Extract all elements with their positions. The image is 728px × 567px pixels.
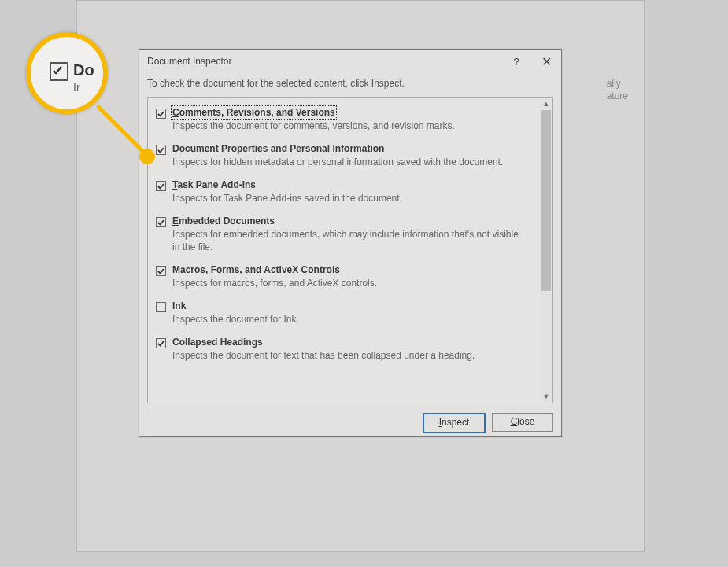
close-icon[interactable]: ✕ [531,50,561,73]
inspector-option: Collapsed HeadingsInspects the document … [153,333,535,370]
option-texts: Task Pane Add-insInspects for Task Pane … [172,179,534,204]
option-label[interactable]: Ink [172,300,186,311]
check-icon [157,145,165,154]
option-checkbox[interactable] [156,109,166,119]
option-checkbox[interactable] [156,266,166,276]
option-label-rest: mbedded Documents [179,215,275,226]
option-description: Inspects the document for comments, vers… [172,120,527,132]
scrollbar[interactable]: ▲ ▼ [540,98,552,403]
option-texts: Document Properties and Personal Informa… [172,143,534,168]
option-label[interactable]: Document Properties and Personal Informa… [172,143,384,154]
option-description: Inspects for macros, forms, and ActiveX … [172,277,527,289]
inspect-button[interactable]: Inspect [423,413,486,433]
inspector-option: Comments, Revisions, and VersionsInspect… [153,104,535,140]
scroll-up-icon[interactable]: ▲ [540,98,552,110]
option-label-rest: acros, Forms, and ActiveX Controls [180,264,340,275]
check-icon [157,267,165,275]
document-inspector-dialog: Document Inspector ? ✕ To check the docu… [139,49,562,437]
check-icon [157,182,165,190]
scroll-thumb[interactable] [541,110,551,291]
inspector-option: Embedded DocumentsInspects for embedded … [153,212,535,261]
option-label-rest: ask Pane Add-ins [177,179,256,190]
option-mnemonic: M [172,264,180,275]
option-texts: Comments, Revisions, and VersionsInspect… [172,107,534,132]
bg-text-2: ature [607,90,628,102]
inspect-label-rest: nspect [442,417,469,428]
option-description: Inspects for hidden metadata or personal… [172,156,527,168]
inspector-options-list: Comments, Revisions, and VersionsInspect… [148,98,540,403]
option-texts: InkInspects the document for Ink. [172,300,534,326]
check-icon [157,109,165,118]
bg-text-1: ally [607,77,628,90]
option-label[interactable]: Task Pane Add-ins [172,179,256,190]
inspector-option: Document Properties and Personal Informa… [153,140,535,176]
inspector-option: InkInspects the document for Ink. [153,297,535,333]
help-button[interactable]: ? [501,50,531,73]
dialog-button-row: Inspect Close [139,403,561,433]
dialog-titlebar: Document Inspector ? ✕ [139,50,561,73]
inspector-option: Macros, Forms, and ActiveX ControlsInspe… [153,261,535,297]
callout-leader-dot [139,149,155,164]
inspector-option: Task Pane Add-insInspects for Task Pane … [153,176,535,212]
dialog-title: Document Inspector [147,56,501,67]
option-texts: Embedded DocumentsInspects for embedded … [172,215,534,253]
option-label[interactable]: Collapsed Headings [172,337,263,348]
inspector-options-panel: Comments, Revisions, and VersionsInspect… [147,97,553,403]
option-checkbox[interactable] [156,181,166,191]
check-icon [52,64,63,75]
option-checkbox[interactable] [156,302,166,312]
callout-circle: Do Ir [26,32,108,114]
option-description: Inspects for embedded documents, which m… [172,228,527,253]
option-checkbox[interactable] [156,338,166,348]
option-checkbox[interactable] [156,145,166,155]
option-description: Inspects the document for text that has … [172,349,527,362]
option-label[interactable]: Comments, Revisions, and Versions [172,107,335,118]
callout-subtext: Ir [73,81,80,94]
option-label-rest: ocument Properties and Personal Informat… [179,143,385,154]
close-label-rest: lose [517,416,534,427]
option-texts: Macros, Forms, and ActiveX ControlsInspe… [172,264,534,289]
check-icon [157,218,165,226]
callout-checkbox [50,62,68,81]
check-icon [157,339,165,348]
dialog-instruction: To check the document for the selected c… [139,73,561,97]
option-texts: Collapsed HeadingsInspects the document … [172,337,534,362]
option-label-rest: omments, Revisions, and Versions [179,107,335,118]
scroll-down-icon[interactable]: ▼ [540,390,552,403]
option-checkbox[interactable] [156,217,166,227]
option-label[interactable]: Embedded Documents [172,215,275,226]
background-text: ally ature [607,77,628,102]
callout-label: Do [73,61,94,79]
option-mnemonic: D [172,143,179,154]
close-button[interactable]: Close [492,413,553,432]
option-label[interactable]: Macros, Forms, and ActiveX Controls [172,264,340,275]
option-description: Inspects the document for Ink. [172,313,527,326]
option-mnemonic: E [172,215,179,226]
option-mnemonic: C [172,107,179,118]
option-description: Inspects for Task Pane Add-ins saved in … [172,192,527,204]
